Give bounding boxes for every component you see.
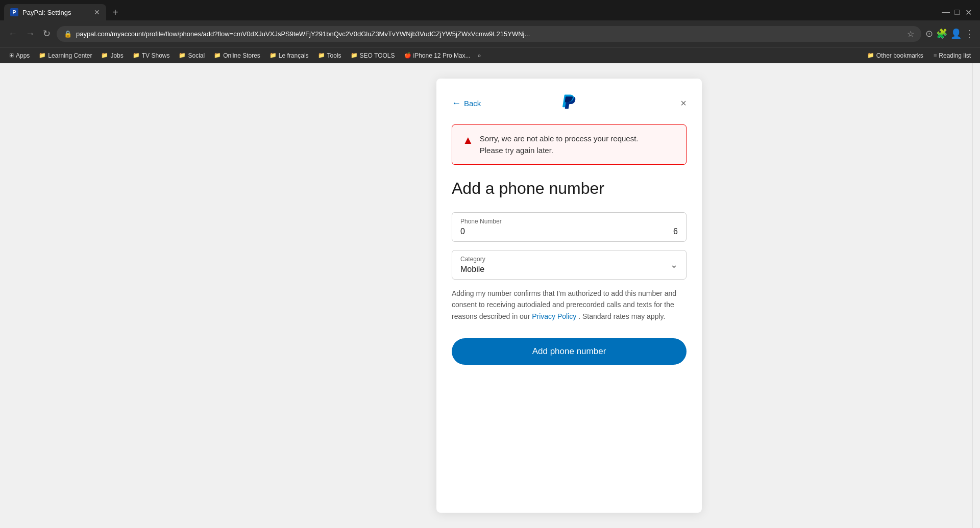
error-line1: Sorry, we are not able to process your r… (480, 134, 639, 143)
add-phone-number-button[interactable]: Add phone number (452, 338, 687, 365)
tab-bar: P PayPal: Settings ✕ + — □ ✕ (0, 0, 980, 20)
apple-icon: 🍎 (404, 52, 411, 59)
sidebar-left (0, 63, 168, 528)
bookmark-reading-list[interactable]: ≡ Reading list (929, 51, 975, 61)
category-value: Mobile (460, 265, 485, 274)
svg-text:P: P (12, 9, 16, 15)
nav-bar: ← → ↻ 🔒 paypal.com/myaccount/profile/flo… (0, 20, 980, 47)
bookmarks-more-button[interactable]: » (478, 52, 481, 59)
bookmark-social-label: Social (188, 52, 205, 59)
phone-number-field[interactable]: Phone Number 0 6 (452, 212, 687, 242)
bookmark-tv-shows[interactable]: 📁 TV Shows (129, 51, 174, 61)
tv-shows-icon: 📁 (133, 52, 140, 59)
bookmark-learning-center[interactable]: 📁 Learning Center (35, 51, 96, 61)
browser-chrome: P PayPal: Settings ✕ + — □ ✕ ← → ↻ 🔒 pay… (0, 0, 980, 63)
bookmark-le-francais-label: Le français (279, 52, 309, 59)
active-tab[interactable]: P PayPal: Settings ✕ (4, 4, 106, 20)
bookmarks-bar: ⊞ Apps 📁 Learning Center 📁 Jobs 📁 TV Sho… (0, 47, 980, 63)
bookmark-jobs-label: Jobs (110, 52, 123, 59)
page-content: ← Back × ▲ Sorry, we are (0, 63, 980, 528)
online-stores-icon: 📁 (214, 52, 221, 59)
bookmark-iphone[interactable]: 🍎 iPhone 12 Pro Max... (400, 51, 475, 61)
social-icon: 📁 (179, 52, 186, 59)
apps-bookmark-icon: ⊞ (9, 52, 14, 59)
category-info: Category Mobile (460, 256, 485, 274)
bookmark-learning-label: Learning Center (48, 52, 92, 59)
security-icon: 🔒 (64, 30, 72, 38)
main-area: ← Back × ▲ Sorry, we are (168, 63, 970, 528)
bookmark-tools[interactable]: 📁 Tools (314, 51, 346, 61)
learning-center-icon: 📁 (39, 52, 46, 59)
le-francais-icon: 📁 (270, 52, 277, 59)
seo-tools-icon: 📁 (351, 52, 358, 59)
phone-number-row: 0 6 (460, 227, 678, 236)
bookmark-tv-label: TV Shows (142, 52, 170, 59)
chevron-down-icon: ⌄ (670, 259, 678, 270)
paypal-logo (560, 94, 578, 112)
reading-list-icon: ≡ (934, 53, 937, 59)
bookmark-apps-label: Apps (16, 52, 30, 59)
address-bar[interactable]: 🔒 paypal.com/myaccount/profile/flow/phon… (57, 26, 921, 42)
bookmark-seo-tools[interactable]: 📁 SEO TOOLS (347, 51, 399, 61)
consent-text: Adding my number confirms that I'm autho… (452, 288, 687, 322)
close-icon: × (680, 97, 687, 109)
bookmark-le-francais[interactable]: 📁 Le français (265, 51, 313, 61)
phone-number-value-left: 0 (460, 227, 465, 236)
maximize-button[interactable]: □ (953, 9, 961, 16)
profile-icon[interactable]: 👤 (950, 28, 962, 39)
category-field[interactable]: Category Mobile ⌄ (452, 250, 687, 280)
jobs-icon: 📁 (101, 52, 108, 59)
bookmark-reading-label: Reading list (939, 52, 971, 59)
close-modal-button[interactable]: × (680, 97, 687, 109)
reload-button[interactable]: ↻ (41, 26, 53, 41)
tab-close-button[interactable]: ✕ (94, 8, 100, 16)
tools-icon: 📁 (318, 52, 325, 59)
phone-number-value-right: 6 (673, 227, 678, 236)
cast-icon[interactable]: ⊙ (925, 28, 933, 39)
error-banner: ▲ Sorry, we are not able to process your… (452, 124, 687, 165)
back-button-label: Back (464, 99, 481, 108)
error-message: Sorry, we are not able to process your r… (480, 133, 639, 156)
category-label: Category (460, 256, 485, 263)
tab-title: PayPal: Settings (22, 9, 90, 16)
bookmark-iphone-label: iPhone 12 Pro Max... (413, 52, 471, 59)
back-button[interactable]: ← Back (452, 98, 481, 109)
bookmark-tools-label: Tools (327, 52, 341, 59)
forward-navigation-button[interactable]: → (23, 27, 37, 41)
minimize-button[interactable]: — (942, 9, 949, 16)
bookmark-star-icon[interactable]: ☆ (907, 29, 914, 39)
bookmark-online-stores-label: Online Stores (223, 52, 260, 59)
phone-number-group: Phone Number 0 6 (452, 212, 687, 242)
back-arrow-icon: ← (452, 98, 461, 109)
bookmark-seo-tools-label: SEO TOOLS (360, 52, 395, 59)
bookmark-online-stores[interactable]: 📁 Online Stores (210, 51, 264, 61)
tab-favicon: P (10, 8, 18, 16)
menu-icon[interactable]: ⋮ (965, 28, 974, 39)
sidebar-right (970, 63, 980, 528)
privacy-policy-link[interactable]: Privacy Policy (532, 312, 576, 320)
warning-icon: ▲ (462, 134, 474, 147)
modal-header: ← Back × (452, 94, 687, 112)
nav-extra-icons: ⊙ 🧩 👤 ⋮ (925, 28, 974, 39)
close-window-button[interactable]: ✕ (965, 9, 972, 16)
bookmark-jobs[interactable]: 📁 Jobs (97, 51, 127, 61)
bookmarks-right-section: 📁 Other bookmarks ≡ Reading list (863, 51, 975, 61)
modal-container: ← Back × ▲ Sorry, we are (436, 79, 702, 513)
bookmark-apps[interactable]: ⊞ Apps (5, 51, 34, 61)
phone-number-label: Phone Number (460, 218, 678, 225)
bookmark-social[interactable]: 📁 Social (175, 51, 209, 61)
address-text: paypal.com/myaccount/profile/flow/phones… (76, 30, 903, 38)
other-bookmarks-icon: 📁 (867, 52, 874, 59)
page-title: Add a phone number (452, 179, 687, 198)
category-group: Category Mobile ⌄ (452, 250, 687, 280)
bookmark-other-label: Other bookmarks (876, 52, 923, 59)
back-navigation-button[interactable]: ← (6, 27, 19, 41)
extensions-icon[interactable]: 🧩 (936, 28, 947, 39)
consent-after: . Standard rates may apply. (578, 312, 665, 320)
scrollbar-thumb[interactable] (974, 63, 979, 94)
new-tab-button[interactable]: + (108, 7, 122, 18)
error-line2: Please try again later. (480, 146, 553, 155)
bookmark-other[interactable]: 📁 Other bookmarks (863, 51, 927, 61)
window-controls: — □ ✕ (942, 9, 976, 16)
